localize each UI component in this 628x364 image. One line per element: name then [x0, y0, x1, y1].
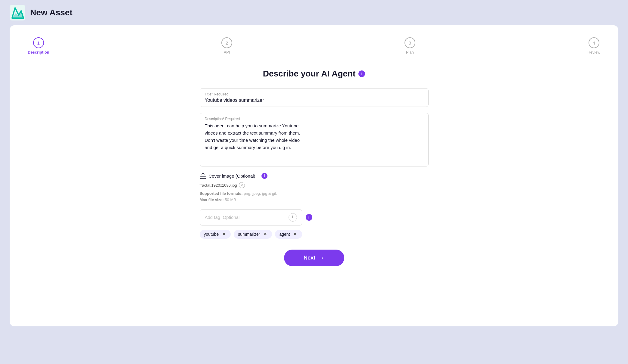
step-circle-1: 1	[33, 37, 44, 48]
stepper: 1 Description 2 API 3 Plan 4 Review	[28, 37, 600, 54]
next-button[interactable]: Next →	[284, 250, 344, 266]
tag-remove-youtube[interactable]: ✕	[221, 232, 227, 237]
file-chip: fractal.1920x1080.jpg ✕	[200, 182, 245, 188]
form-heading: Describe your AI Agent i	[200, 69, 429, 79]
tag-input-row: + i	[200, 209, 429, 226]
tag-label-agent: agent	[279, 232, 290, 237]
upload-icon	[200, 173, 206, 179]
tag-info-icon[interactable]: i	[306, 214, 312, 221]
step-label-4: Review	[587, 50, 600, 54]
step-label-1: Description	[28, 50, 49, 54]
description-textarea[interactable]: This agent can help you to summarize You…	[205, 122, 423, 161]
page-title: New Asset	[30, 8, 73, 17]
tag-input-box: +	[200, 209, 302, 226]
tag-remove-agent[interactable]: ✕	[292, 232, 298, 237]
tag-input[interactable]	[205, 215, 286, 220]
step-label-2: API	[224, 50, 230, 54]
step-line-3	[415, 43, 588, 43]
step-description: 1 Description	[28, 37, 49, 54]
svg-rect-3	[200, 177, 206, 179]
step-circle-2: 2	[221, 37, 232, 48]
file-remove-button[interactable]: ✕	[239, 182, 245, 188]
next-button-label: Next	[304, 255, 315, 261]
tag-chip-youtube: youtube ✕	[200, 230, 231, 239]
tag-label-summarizer: summarizer	[238, 232, 260, 237]
step-circle-3: 3	[405, 37, 415, 48]
cover-image-info-icon[interactable]: i	[261, 173, 267, 179]
tags-row: youtube ✕ summarizer ✕ agent ✕	[200, 230, 429, 239]
step-api: 2 API	[221, 37, 232, 54]
tag-chip-agent: agent ✕	[275, 230, 302, 239]
title-input[interactable]	[205, 98, 423, 103]
form-section: Describe your AI Agent i Title* Required…	[200, 69, 429, 266]
tag-label-youtube: youtube	[204, 232, 219, 237]
description-field-box: Description* Required This agent can hel…	[200, 113, 429, 166]
step-circle-4: 4	[589, 37, 599, 48]
cover-image-section: Cover image (Optional) i fractal.1920x10…	[200, 173, 429, 203]
title-field-group: Title* Required	[200, 88, 429, 107]
tag-remove-summarizer[interactable]: ✕	[262, 232, 268, 237]
title-field-box: Title* Required	[200, 88, 429, 107]
description-label: Description* Required	[205, 117, 423, 121]
cover-image-label-text: Cover image (Optional)	[209, 173, 255, 179]
description-field-group: Description* Required This agent can hel…	[200, 113, 429, 166]
step-line-1	[49, 43, 222, 43]
next-arrow-icon: →	[318, 254, 324, 261]
app-logo	[10, 5, 25, 20]
file-name: fractal.1920x1080.jpg	[200, 183, 237, 188]
main-card: 1 Description 2 API 3 Plan 4 Review Desc…	[10, 25, 618, 326]
title-label: Title* Required	[205, 92, 423, 96]
tag-section: + i youtube ✕ summarizer ✕ agent ✕	[200, 209, 429, 239]
heading-info-icon[interactable]: i	[358, 70, 365, 77]
form-heading-text: Describe your AI Agent	[263, 69, 356, 79]
header: New Asset	[0, 0, 628, 25]
step-label-3: Plan	[406, 50, 414, 54]
next-btn-row: Next →	[200, 250, 429, 266]
tag-chip-summarizer: summarizer ✕	[234, 230, 272, 239]
tag-add-button[interactable]: +	[289, 213, 297, 222]
file-formats-info: Supported file formats: png, jpeg, jpg &…	[200, 191, 429, 203]
step-line-2	[232, 43, 405, 43]
step-review: 4 Review	[587, 37, 600, 54]
step-plan: 3 Plan	[405, 37, 415, 54]
cover-image-label[interactable]: Cover image (Optional) i	[200, 173, 429, 179]
